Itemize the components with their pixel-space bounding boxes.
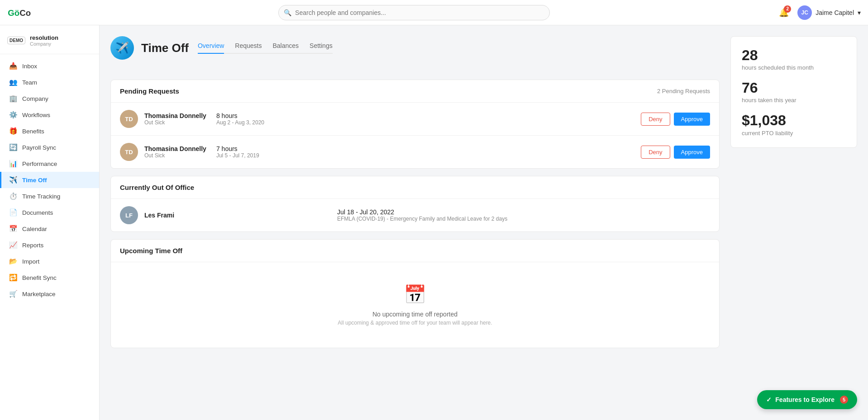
user-name: Jaime Capitel xyxy=(816,9,854,16)
calendar-icon: 📅 xyxy=(9,225,18,233)
workflows-icon: ⚙️ xyxy=(9,111,18,119)
approve-button-2[interactable]: Approve xyxy=(674,146,710,159)
sidebar-item-team[interactable]: 👥Team xyxy=(0,74,99,90)
user-menu-button[interactable]: JC Jaime Capitel ▾ xyxy=(797,5,861,20)
sidebar-item-payroll-sync[interactable]: 🔄Payroll Sync xyxy=(0,139,99,156)
deny-button-1[interactable]: Deny xyxy=(641,113,670,126)
pending-requests-list: TD Thomasina Donnelly Out Sick 8 hours A… xyxy=(111,103,719,168)
search-input[interactable] xyxy=(278,5,550,20)
sidebar-item-benefits[interactable]: 🎁Benefits xyxy=(0,123,99,139)
sidebar-item-import[interactable]: 📂Import xyxy=(0,253,99,269)
request-actions-1: Deny Approve xyxy=(641,113,710,126)
out-of-office-list: LF Les Frami Jul 18 - Jul 20, 2022 EFMLA… xyxy=(111,199,719,231)
company-section: DEMO resolution Company xyxy=(0,31,99,54)
sidebar-item-inbox[interactable]: 📥Inbox xyxy=(0,58,99,74)
features-to-explore-button[interactable]: ✓ Features to Explore 5 xyxy=(757,390,857,409)
stat-hours_taken: 76 hours taken this year xyxy=(742,80,846,104)
upcoming-empty-state: 📅 No upcoming time off reported All upco… xyxy=(111,262,719,348)
sidebar-item-calendar[interactable]: 📅Calendar xyxy=(0,221,99,237)
out-of-office-header: Currently Out Of Office xyxy=(111,176,719,199)
main-content: ✈️ Time Off OverviewRequestsBalancesSett… xyxy=(100,25,868,420)
stat-label-hours_taken: hours taken this year xyxy=(742,97,846,104)
person-avatar-2: TD xyxy=(120,143,138,161)
pending-request-row-2: TD Thomasina Donnelly Out Sick 7 hours J… xyxy=(111,136,719,168)
person-name-1: Thomasina Donnelly xyxy=(144,112,206,119)
request-dates-2: Jul 5 - Jul 7, 2019 xyxy=(216,152,634,159)
inbox-icon: 📥 xyxy=(9,62,18,70)
stat-number-hours_taken: 76 xyxy=(742,80,846,96)
performance-icon: 📊 xyxy=(9,160,18,168)
sidebar: DEMO resolution Company 📥Inbox👥Team🏢Comp… xyxy=(0,25,100,420)
out-of-office-title: Currently Out Of Office xyxy=(120,184,194,191)
avatar: JC xyxy=(797,5,812,20)
search-bar: 🔍 xyxy=(52,5,776,20)
ooo-date-1: Jul 18 - Jul 20, 2022 xyxy=(337,208,710,216)
page-title: Time Off xyxy=(141,41,189,55)
pending-requests-title: Pending Requests xyxy=(120,87,179,95)
person-info-2: Thomasina Donnelly Out Sick xyxy=(144,145,206,159)
sidebar-item-label-import: Import xyxy=(22,258,39,265)
stat-number-pto_liability: $1,038 xyxy=(742,113,846,128)
page-icon: ✈️ xyxy=(110,36,134,60)
features-label: Features to Explore xyxy=(775,396,835,403)
sidebar-item-label-performance: Performance xyxy=(22,160,57,167)
payroll-sync-icon: 🔄 xyxy=(9,143,18,151)
sidebar-item-time-off[interactable]: ✈️Time Off xyxy=(0,172,99,188)
import-icon: 📂 xyxy=(9,257,18,265)
stat-number-hours_scheduled: 28 xyxy=(742,47,846,63)
ooo-details-1: Jul 18 - Jul 20, 2022 EFMLA (COVID-19) -… xyxy=(337,208,710,222)
svg-text:GöCo: GöCo xyxy=(8,8,31,17)
sidebar-item-label-benefit-sync: Benefit Sync xyxy=(22,274,57,281)
notification-button[interactable]: 🔔 2 xyxy=(776,5,792,21)
sidebar-item-workflows[interactable]: ⚙️Workflows xyxy=(0,107,99,123)
request-hours-1: 8 hours xyxy=(216,112,634,119)
sidebar-item-label-team: Team xyxy=(22,79,37,86)
stat-hours_scheduled: 28 hours scheduled this month xyxy=(742,47,846,71)
request-dates-1: Aug 2 - Aug 3, 2020 xyxy=(216,119,634,126)
top-nav: GöCo 🔍 🔔 2 JC Jaime Capitel ▾ xyxy=(0,0,868,25)
user-dropdown-icon: ▾ xyxy=(858,9,861,16)
deny-button-2[interactable]: Deny xyxy=(641,146,670,159)
request-hours-2: 7 hours xyxy=(216,145,634,152)
stat-pto_liability: $1,038 current PTO liability xyxy=(742,113,846,136)
sidebar-item-documents[interactable]: 📄Documents xyxy=(0,204,99,221)
approve-button-1[interactable]: Approve xyxy=(674,113,710,126)
team-icon: 👥 xyxy=(9,78,18,86)
tab-settings[interactable]: Settings xyxy=(310,38,333,54)
sidebar-item-label-reports: Reports xyxy=(22,242,43,249)
app-body: DEMO resolution Company 📥Inbox👥Team🏢Comp… xyxy=(0,25,868,420)
features-check-icon: ✓ xyxy=(766,396,772,403)
sidebar-item-time-tracking[interactable]: ⏱️Time Tracking xyxy=(0,188,99,204)
tab-balances[interactable]: Balances xyxy=(273,38,299,54)
tab-requests[interactable]: Requests xyxy=(235,38,262,54)
sidebar-item-performance[interactable]: 📊Performance xyxy=(0,156,99,172)
sidebar-item-reports[interactable]: 📈Reports xyxy=(0,237,99,253)
tab-overview[interactable]: Overview xyxy=(198,38,224,54)
sidebar-item-benefit-sync[interactable]: 🔁Benefit Sync xyxy=(0,269,99,286)
request-details-2: 7 hours Jul 5 - Jul 7, 2019 xyxy=(216,145,634,159)
pending-request-row-1: TD Thomasina Donnelly Out Sick 8 hours A… xyxy=(111,103,719,136)
search-icon: 🔍 xyxy=(284,9,291,16)
page-title-area: Time Off xyxy=(141,41,189,55)
benefits-icon: 🎁 xyxy=(9,127,18,135)
sidebar-item-label-documents: Documents xyxy=(22,209,53,216)
company-name: resolution xyxy=(30,34,58,41)
person-avatar-1: TD xyxy=(120,110,138,128)
logo: GöCo xyxy=(7,5,43,20)
company-type: Company xyxy=(30,41,58,47)
pending-requests-badge: 2 Pending Requests xyxy=(657,88,710,94)
person-type-1: Out Sick xyxy=(144,119,206,126)
person-info-1: Thomasina Donnelly Out Sick xyxy=(144,112,206,126)
sidebar-item-label-inbox: Inbox xyxy=(22,63,37,70)
out-of-office-card: Currently Out Of Office LF Les Frami Jul… xyxy=(110,176,720,232)
person-name-2: Thomasina Donnelly xyxy=(144,145,206,152)
request-actions-2: Deny Approve xyxy=(641,146,710,159)
sidebar-item-marketplace[interactable]: 🛒Marketplace xyxy=(0,286,99,302)
sidebar-item-company[interactable]: 🏢Company xyxy=(0,90,99,107)
ooo-avatar-1: LF xyxy=(120,206,138,224)
content-right: 28 hours scheduled this month 76 hours t… xyxy=(730,36,857,409)
pending-requests-header: Pending Requests 2 Pending Requests xyxy=(111,80,719,103)
pending-requests-card: Pending Requests 2 Pending Requests TD T… xyxy=(110,80,720,169)
calendar-empty-icon: 📅 xyxy=(404,284,426,305)
time-off-icon: ✈️ xyxy=(9,176,18,184)
